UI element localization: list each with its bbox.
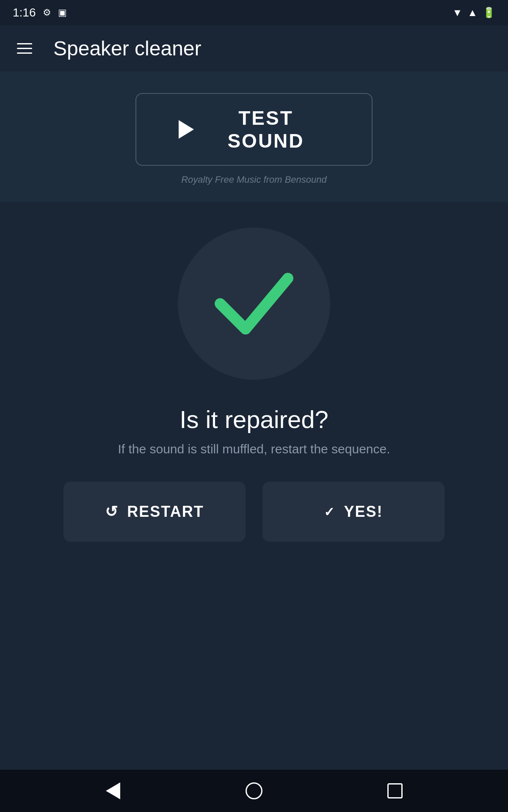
test-sound-section: TEST SOUND Royalty Free Music from Benso… [0,72,508,202]
back-icon [106,782,120,799]
sim-icon: ▣ [58,7,67,18]
nav-recent-button[interactable] [382,778,408,804]
royalty-text: Royalty Free Music from Bensound [181,174,327,185]
hamburger-menu-button[interactable] [13,39,36,58]
settings-icon: ⚙ [43,7,51,18]
nav-home-button[interactable] [241,778,267,804]
test-sound-label: TEST SOUND [202,107,329,152]
signal-icon: ▲ [467,7,478,19]
yes-label: YES! [344,503,383,521]
hamburger-line [17,48,32,49]
yes-check-icon: ✓ [324,505,335,519]
top-bar: Speaker cleaner [0,25,508,72]
recent-apps-icon [387,783,403,798]
main-content: Is it repaired? If the sound is still mu… [0,202,508,567]
status-bar: 1:16 ⚙ ▣ ▼ ▲ 🔋 [0,0,508,25]
yes-button[interactable]: ✓ YES! [262,482,444,542]
is-repaired-title: Is it repaired? [179,405,328,433]
play-icon [179,120,194,139]
status-left: 1:16 ⚙ ▣ [13,6,67,19]
hamburger-line [17,52,32,54]
app-title: Speaker cleaner [53,37,202,60]
question-section: Is it repaired? If the sound is still mu… [118,405,390,456]
restart-button[interactable]: ↺ RESTART [64,482,246,542]
lower-space [0,567,508,770]
status-time: 1:16 [13,6,36,19]
test-sound-button[interactable]: TEST SOUND [135,93,373,166]
restart-label: RESTART [127,503,204,521]
checkmark-icon [212,266,296,342]
home-icon [246,782,262,799]
restart-icon: ↺ [105,503,119,521]
wifi-icon: ▼ [452,7,462,19]
nav-bar [0,770,508,812]
battery-icon: 🔋 [483,7,495,19]
hamburger-line [17,43,32,44]
buttons-row: ↺ RESTART ✓ YES! [64,482,444,542]
is-repaired-subtitle: If the sound is still muffled, restart t… [118,442,390,456]
checkmark-circle [178,228,330,380]
status-right: ▼ ▲ 🔋 [452,7,495,19]
nav-back-button[interactable] [100,778,126,804]
